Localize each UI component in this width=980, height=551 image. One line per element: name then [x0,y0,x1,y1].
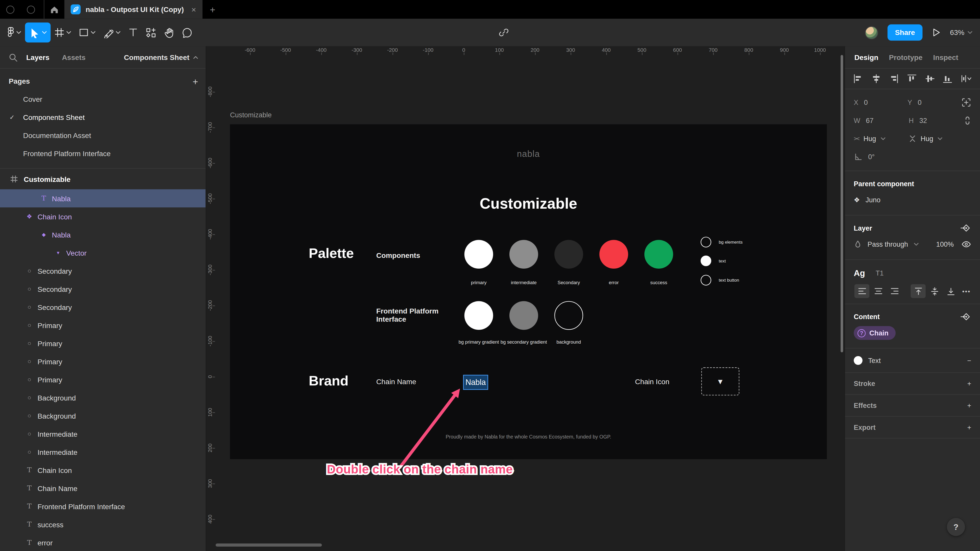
move-tool-button[interactable] [25,22,51,42]
layer-row[interactable]: TChain Name [0,479,206,497]
panel-tab-design[interactable]: Design [854,53,878,61]
shape-tool-button[interactable] [75,22,100,42]
color-swatch[interactable] [509,301,538,330]
layer-row[interactable]: ○Intermediate [0,425,206,443]
align-h-center-button[interactable] [871,74,881,84]
opacity-input[interactable]: 100% [936,241,954,248]
layer-row[interactable]: ○Primary [0,370,206,389]
text-valign-middle-button[interactable] [927,284,942,298]
share-button[interactable]: Share [888,24,923,41]
panel-tab-prototype[interactable]: Prototype [889,53,922,61]
y-input[interactable]: 0 [918,98,921,106]
apply-content-variable-icon[interactable] [960,312,971,321]
fill-row[interactable]: Text − [854,352,971,369]
align-left-button[interactable] [853,74,863,84]
layer-row[interactable]: Terror [0,534,206,551]
vertical-scrollbar[interactable] [841,55,843,353]
text-align-left-button[interactable] [854,284,870,298]
canvas[interactable]: -600-500-400-300-200-1000100200300400500… [206,46,844,551]
hug-vertical-dropdown[interactable]: Hug [909,134,964,143]
color-swatch[interactable] [554,301,583,330]
page-selector[interactable]: Components Sheet [124,53,198,61]
add-page-button[interactable]: + [192,76,198,87]
apply-variable-icon[interactable] [960,224,971,232]
hug-horizontal-dropdown[interactable]: ><Hug [854,135,909,142]
horizontal-scrollbar[interactable] [216,544,322,547]
layer-row[interactable]: TNabla [0,189,206,207]
layer-row[interactable]: ○Background [0,389,206,407]
home-button[interactable] [45,0,64,19]
section-customizable[interactable]: Customizable [0,168,206,189]
color-swatch[interactable] [465,301,493,330]
help-button[interactable]: ? [947,518,965,536]
fill-color-swatch[interactable] [854,356,862,365]
layer-row[interactable]: TFrontend Platform Interface [0,497,206,515]
add-effect-button[interactable]: + [967,402,971,409]
text-align-right-button[interactable] [887,284,902,298]
hand-tool-button[interactable] [160,22,178,42]
add-stroke-button[interactable]: + [967,380,971,387]
layer-row[interactable]: ○Intermediate [0,443,206,461]
page-item[interactable]: Frontend Platform Interface [0,144,206,162]
add-export-button[interactable]: + [967,424,971,431]
frame-tool-button[interactable] [51,22,75,42]
content-variable-chip[interactable]: ? Chain [854,326,895,340]
text-valign-bottom-button[interactable] [943,284,958,298]
panel-tab-inspect[interactable]: Inspect [933,53,958,61]
main-menu-button[interactable] [3,22,25,42]
window-control-forward[interactable] [27,5,35,14]
design-frame[interactable]: nabla Customizable Palette Components pr… [230,124,827,459]
tab-assets[interactable]: Assets [58,53,89,61]
text-align-center-button[interactable] [870,284,886,298]
window-control-back[interactable] [6,5,14,14]
tab-layers[interactable]: Layers [22,53,53,61]
align-to-frame-button[interactable] [961,97,971,107]
height-input[interactable]: 32 [919,117,927,124]
layer-row[interactable]: TChain Icon [0,461,206,479]
blend-mode-dropdown[interactable]: Pass through [867,241,908,248]
align-bottom-button[interactable] [943,74,953,84]
layer-row[interactable]: ○Primary [0,334,206,352]
text-tool-button[interactable] [124,22,142,42]
constrain-proportions-toggle[interactable] [964,115,971,125]
page-item[interactable]: Cover [0,90,206,108]
type-settings-button[interactable]: ••• [962,288,970,295]
parent-component-row[interactable]: ❖ Juno [854,191,971,209]
chain-icon-dropdown[interactable]: ▼ [701,367,739,395]
color-swatch[interactable] [600,240,628,268]
color-swatch[interactable] [509,240,538,268]
layer-row[interactable]: ○Secondary [0,298,206,316]
chain-name-field[interactable]: Nabla [463,375,488,390]
frame-name-label[interactable]: Customizable [230,111,272,119]
layer-row[interactable]: ○Background [0,407,206,425]
layer-row[interactable]: ❖Chain Icon [0,207,206,225]
width-input[interactable]: 67 [866,117,873,124]
present-button[interactable] [932,27,940,38]
layer-row[interactable]: ◆Nabla [0,225,206,244]
comment-tool-button[interactable] [178,22,196,42]
layer-row[interactable]: ▼Vector [0,244,206,262]
file-tab[interactable]: nabla - Outpost UI Kit (Copy) × [64,0,202,19]
layer-row[interactable]: ○Secondary [0,262,206,280]
layer-row[interactable]: ○Secondary [0,280,206,298]
resources-button[interactable] [142,22,160,42]
legend-swatch[interactable] [700,237,711,248]
remove-fill-button[interactable]: − [967,357,971,364]
avatar[interactable] [865,26,878,39]
page-item[interactable]: ✓Components Sheet [0,108,206,126]
pen-tool-button[interactable] [99,22,124,42]
layer-row[interactable]: ○Primary [0,352,206,370]
color-swatch[interactable] [644,240,673,268]
color-swatch[interactable] [465,240,493,268]
share-link-button[interactable] [499,19,509,46]
legend-swatch[interactable] [700,256,711,266]
align-v-center-button[interactable] [925,74,935,84]
text-valign-top-button[interactable] [911,284,926,298]
distribute-menu-button[interactable] [961,74,972,84]
legend-swatch[interactable] [700,275,711,286]
search-icon[interactable] [9,53,18,62]
rotation-input[interactable]: 0° [868,153,875,160]
tab-close-icon[interactable]: × [191,5,196,14]
zoom-menu[interactable]: 63% [950,29,972,36]
x-input[interactable]: 0 [864,98,868,106]
